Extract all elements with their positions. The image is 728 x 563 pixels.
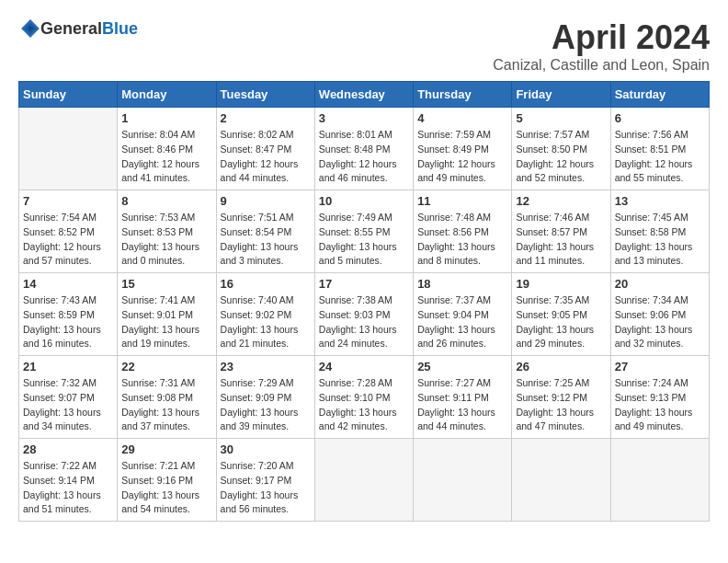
day-info: Sunrise: 7:56 AMSunset: 8:51 PMDaylight:… xyxy=(615,128,705,186)
day-info: Sunrise: 7:27 AMSunset: 9:11 PMDaylight:… xyxy=(417,376,507,434)
day-cell: 8Sunrise: 7:53 AMSunset: 8:53 PMDaylight… xyxy=(118,190,216,273)
page-header: GeneralBlue April 2024 Canizal, Castille… xyxy=(18,18,710,74)
day-number: 17 xyxy=(319,277,409,291)
day-info: Sunrise: 8:04 AMSunset: 8:46 PMDaylight:… xyxy=(121,128,211,186)
day-cell: 30Sunrise: 7:20 AMSunset: 9:17 PMDayligh… xyxy=(216,439,314,522)
location-title: Canizal, Castille and Leon, Spain xyxy=(493,57,710,74)
day-number: 28 xyxy=(23,442,113,456)
day-info: Sunrise: 7:21 AMSunset: 9:16 PMDaylight:… xyxy=(121,459,211,517)
day-cell: 1Sunrise: 8:04 AMSunset: 8:46 PMDaylight… xyxy=(118,108,216,190)
day-cell: 15Sunrise: 7:41 AMSunset: 9:01 PMDayligh… xyxy=(118,273,216,356)
day-info: Sunrise: 8:02 AMSunset: 8:47 PMDaylight:… xyxy=(221,128,311,186)
day-cell: 28Sunrise: 7:22 AMSunset: 9:14 PMDayligh… xyxy=(19,439,118,522)
day-number: 19 xyxy=(516,277,606,291)
day-number: 30 xyxy=(221,442,311,456)
day-info: Sunrise: 7:37 AMSunset: 9:04 PMDaylight:… xyxy=(417,293,507,351)
day-info: Sunrise: 7:34 AMSunset: 9:06 PMDaylight:… xyxy=(615,293,705,351)
day-cell: 23Sunrise: 7:29 AMSunset: 9:09 PMDayligh… xyxy=(216,356,314,439)
day-cell xyxy=(19,108,118,190)
day-number: 24 xyxy=(319,360,409,373)
day-cell: 29Sunrise: 7:21 AMSunset: 9:16 PMDayligh… xyxy=(118,439,216,522)
day-number: 10 xyxy=(319,194,409,208)
day-cell: 3Sunrise: 8:01 AMSunset: 8:48 PMDaylight… xyxy=(314,108,413,190)
day-cell: 13Sunrise: 7:45 AMSunset: 8:58 PMDayligh… xyxy=(610,190,709,273)
day-info: Sunrise: 7:29 AMSunset: 9:09 PMDaylight:… xyxy=(221,376,311,434)
title-area: April 2024 Canizal, Castille and Leon, S… xyxy=(493,18,710,74)
weekday-header-row: SundayMondayTuesdayWednesdayThursdayFrid… xyxy=(19,82,710,108)
day-number: 16 xyxy=(221,277,311,291)
day-info: Sunrise: 7:22 AMSunset: 9:14 PMDaylight:… xyxy=(23,459,113,517)
day-info: Sunrise: 7:31 AMSunset: 9:08 PMDaylight:… xyxy=(121,376,211,434)
day-info: Sunrise: 7:53 AMSunset: 8:53 PMDaylight:… xyxy=(121,211,211,269)
day-cell: 11Sunrise: 7:48 AMSunset: 8:56 PMDayligh… xyxy=(414,190,512,273)
day-cell: 20Sunrise: 7:34 AMSunset: 9:06 PMDayligh… xyxy=(610,273,709,356)
day-number: 12 xyxy=(516,194,606,208)
day-cell: 12Sunrise: 7:46 AMSunset: 8:57 PMDayligh… xyxy=(512,190,610,273)
day-info: Sunrise: 7:38 AMSunset: 9:03 PMDaylight:… xyxy=(319,293,409,351)
day-number: 11 xyxy=(417,194,507,208)
day-info: Sunrise: 7:54 AMSunset: 8:52 PMDaylight:… xyxy=(23,211,113,269)
weekday-header-monday: Monday xyxy=(118,82,216,108)
day-cell: 25Sunrise: 7:27 AMSunset: 9:11 PMDayligh… xyxy=(414,356,512,439)
day-number: 14 xyxy=(23,277,113,291)
day-number: 1 xyxy=(121,111,211,125)
day-info: Sunrise: 7:32 AMSunset: 9:07 PMDaylight:… xyxy=(23,376,113,434)
day-info: Sunrise: 7:59 AMSunset: 8:49 PMDaylight:… xyxy=(417,128,507,186)
day-cell: 17Sunrise: 7:38 AMSunset: 9:03 PMDayligh… xyxy=(314,273,413,356)
day-info: Sunrise: 7:46 AMSunset: 8:57 PMDaylight:… xyxy=(516,211,606,269)
week-row-5: 28Sunrise: 7:22 AMSunset: 9:14 PMDayligh… xyxy=(19,439,710,522)
day-number: 7 xyxy=(23,194,113,208)
day-number: 13 xyxy=(615,194,705,208)
weekday-header-sunday: Sunday xyxy=(19,82,118,108)
day-number: 20 xyxy=(615,277,705,291)
day-info: Sunrise: 7:24 AMSunset: 9:13 PMDaylight:… xyxy=(615,376,705,434)
day-number: 15 xyxy=(121,277,211,291)
week-row-3: 14Sunrise: 7:43 AMSunset: 8:59 PMDayligh… xyxy=(19,273,710,356)
day-cell: 9Sunrise: 7:51 AMSunset: 8:54 PMDaylight… xyxy=(216,190,314,273)
week-row-1: 1Sunrise: 8:04 AMSunset: 8:46 PMDaylight… xyxy=(19,108,710,190)
day-cell: 19Sunrise: 7:35 AMSunset: 9:05 PMDayligh… xyxy=(512,273,610,356)
day-cell xyxy=(314,439,413,522)
weekday-header-tuesday: Tuesday xyxy=(216,82,314,108)
day-info: Sunrise: 7:51 AMSunset: 8:54 PMDaylight:… xyxy=(221,211,311,269)
day-info: Sunrise: 7:49 AMSunset: 8:55 PMDaylight:… xyxy=(319,211,409,269)
day-cell: 16Sunrise: 7:40 AMSunset: 9:02 PMDayligh… xyxy=(216,273,314,356)
day-info: Sunrise: 7:57 AMSunset: 8:50 PMDaylight:… xyxy=(516,128,606,186)
day-info: Sunrise: 7:20 AMSunset: 9:17 PMDaylight:… xyxy=(221,459,311,517)
logo-icon xyxy=(20,18,40,39)
logo-blue: Blue xyxy=(102,19,138,38)
day-number: 27 xyxy=(615,360,705,373)
day-info: Sunrise: 7:35 AMSunset: 9:05 PMDaylight:… xyxy=(516,293,606,351)
day-cell: 24Sunrise: 7:28 AMSunset: 9:10 PMDayligh… xyxy=(314,356,413,439)
day-cell xyxy=(610,439,709,522)
day-number: 26 xyxy=(516,360,606,373)
day-info: Sunrise: 7:28 AMSunset: 9:10 PMDaylight:… xyxy=(319,376,409,434)
day-number: 4 xyxy=(417,111,507,125)
logo-general: General xyxy=(40,19,102,38)
day-info: Sunrise: 7:45 AMSunset: 8:58 PMDaylight:… xyxy=(615,211,705,269)
day-cell: 10Sunrise: 7:49 AMSunset: 8:55 PMDayligh… xyxy=(314,190,413,273)
calendar-table: SundayMondayTuesdayWednesdayThursdayFrid… xyxy=(18,81,710,522)
day-info: Sunrise: 7:40 AMSunset: 9:02 PMDaylight:… xyxy=(221,293,311,351)
day-number: 18 xyxy=(417,277,507,291)
day-number: 5 xyxy=(516,111,606,125)
day-number: 22 xyxy=(121,360,211,373)
logo: GeneralBlue xyxy=(18,18,138,39)
week-row-2: 7Sunrise: 7:54 AMSunset: 8:52 PMDaylight… xyxy=(19,190,710,273)
day-cell xyxy=(414,439,512,522)
day-cell: 2Sunrise: 8:02 AMSunset: 8:47 PMDaylight… xyxy=(216,108,314,190)
day-info: Sunrise: 7:43 AMSunset: 8:59 PMDaylight:… xyxy=(23,293,113,351)
day-cell xyxy=(512,439,610,522)
day-cell: 27Sunrise: 7:24 AMSunset: 9:13 PMDayligh… xyxy=(610,356,709,439)
day-cell: 14Sunrise: 7:43 AMSunset: 8:59 PMDayligh… xyxy=(19,273,118,356)
weekday-header-thursday: Thursday xyxy=(414,82,512,108)
day-cell: 18Sunrise: 7:37 AMSunset: 9:04 PMDayligh… xyxy=(414,273,512,356)
day-number: 9 xyxy=(221,194,311,208)
day-cell: 7Sunrise: 7:54 AMSunset: 8:52 PMDaylight… xyxy=(19,190,118,273)
day-number: 21 xyxy=(23,360,113,373)
day-number: 6 xyxy=(615,111,705,125)
day-number: 29 xyxy=(121,442,211,456)
month-title: April 2024 xyxy=(493,18,710,57)
weekday-header-wednesday: Wednesday xyxy=(314,82,413,108)
day-cell: 26Sunrise: 7:25 AMSunset: 9:12 PMDayligh… xyxy=(512,356,610,439)
